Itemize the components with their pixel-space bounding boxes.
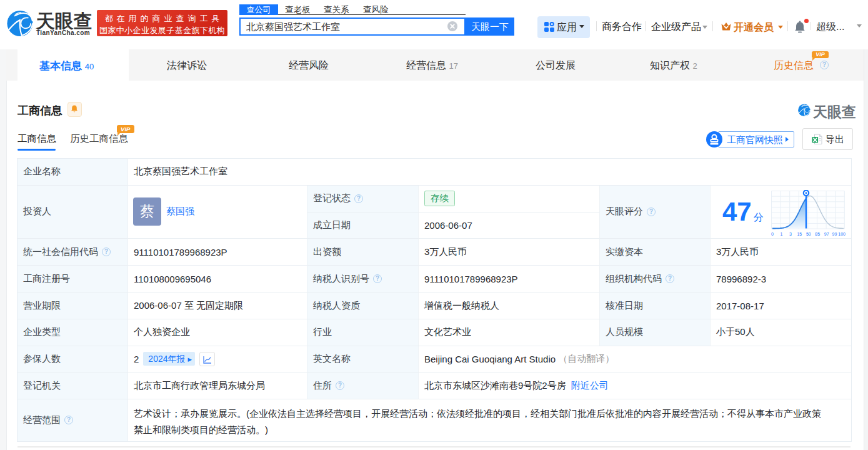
svg-text:0: 0: [771, 232, 774, 236]
svg-text:97: 97: [824, 232, 829, 236]
svg-text:100: 100: [838, 232, 846, 236]
svg-text:1: 1: [780, 232, 782, 236]
svg-text:99: 99: [832, 232, 837, 236]
svg-text:50: 50: [806, 232, 811, 236]
svg-text:15: 15: [797, 232, 802, 236]
svg-text:3: 3: [789, 232, 792, 236]
svg-text:85: 85: [815, 232, 820, 236]
